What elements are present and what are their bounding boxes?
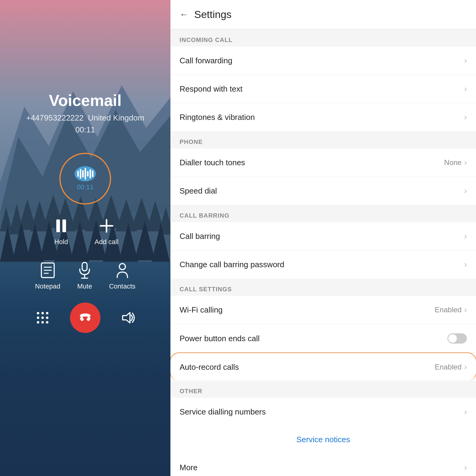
chevron-icon: › <box>464 305 467 315</box>
power-button-toggle[interactable] <box>447 333 467 344</box>
svg-point-44 <box>46 317 48 319</box>
settings-panel: ← Settings INCOMING CALL Call forwarding… <box>170 0 476 476</box>
contacts-label: Contacts <box>109 282 135 290</box>
wifi-calling-value: Enabled <box>435 306 462 314</box>
chevron-icon: › <box>464 158 467 167</box>
chevron-icon: › <box>464 362 467 372</box>
more-item[interactable]: More › <box>170 453 476 476</box>
wifi-calling-label: Wi-Fi calling <box>180 305 223 315</box>
svg-marker-50 <box>123 313 130 323</box>
dialpad-button[interactable] <box>33 309 52 327</box>
svg-point-38 <box>119 264 125 270</box>
dialler-tones-label: Dialler touch tones <box>180 158 245 167</box>
svg-point-40 <box>41 312 44 314</box>
respond-text-item[interactable]: Respond with text › <box>170 75 476 103</box>
service-notices-container: Service notices <box>170 426 476 453</box>
section-header-incoming: INCOMING CALL <box>170 29 476 47</box>
end-call-button[interactable] <box>70 303 100 333</box>
service-notices-link[interactable]: Service notices <box>296 435 350 444</box>
chevron-icon: › <box>464 186 467 196</box>
power-button-ends-item[interactable]: Power button ends call <box>170 324 476 353</box>
chevron-icon: › <box>464 463 467 472</box>
call-barring-label: Call barring <box>180 232 220 241</box>
chevron-icon: › <box>464 112 467 122</box>
svg-rect-27 <box>56 219 60 232</box>
speaker-button[interactable] <box>119 309 137 327</box>
auto-record-item[interactable]: Auto-record calls Enabled › <box>170 352 476 381</box>
svg-point-45 <box>37 321 39 324</box>
more-label: More <box>180 463 198 472</box>
call-timer: 00:11 <box>75 125 95 135</box>
speed-dial-item[interactable]: Speed dial › <box>170 177 476 205</box>
power-button-label: Power button ends call <box>180 334 260 343</box>
call-forwarding-item[interactable]: Call forwarding › <box>170 47 476 75</box>
service-dialling-item[interactable]: Service dialling numbers › <box>170 398 476 426</box>
speaker-icon <box>119 309 137 327</box>
pause-icon <box>52 217 70 235</box>
more-list: More › <box>170 453 476 476</box>
add-call-button[interactable]: Add call <box>95 217 118 246</box>
section-header-phone: PHONE <box>170 131 476 149</box>
auto-record-value: Enabled <box>435 363 462 371</box>
settings-header: ← Settings <box>170 0 476 29</box>
chevron-icon: › <box>464 56 467 65</box>
chevron-icon: › <box>464 260 467 269</box>
svg-rect-48 <box>80 317 84 321</box>
call-barring-list: Call barring › Change call barring passw… <box>170 222 476 278</box>
svg-point-46 <box>41 321 44 324</box>
hold-button[interactable]: Hold <box>52 217 70 246</box>
add-call-label: Add call <box>95 238 118 246</box>
auto-record-label: Auto-record calls <box>180 362 239 372</box>
phone-end-icon <box>77 309 93 326</box>
contact-icon <box>113 261 131 279</box>
incoming-call-list: Call forwarding › Respond with text › Ri… <box>170 47 476 131</box>
section-header-barring: CALL BARRING <box>170 205 476 222</box>
change-barring-pw-label: Change call barring password <box>180 260 284 269</box>
mute-label: Mute <box>77 282 92 290</box>
ringtones-item[interactable]: Ringtones & vibration › <box>170 103 476 131</box>
notepad-icon <box>39 261 57 279</box>
respond-text-label: Respond with text <box>180 84 243 94</box>
wifi-calling-item[interactable]: Wi-Fi calling Enabled › <box>170 296 476 324</box>
ringtones-label: Ringtones & vibration <box>180 113 255 122</box>
other-list: Service dialling numbers › <box>170 398 476 426</box>
dialler-tones-value: None <box>444 158 461 167</box>
chevron-icon: › <box>464 84 467 94</box>
chevron-icon: › <box>464 231 467 241</box>
call-settings-list: Wi-Fi calling Enabled › Power button end… <box>170 296 476 380</box>
section-header-other: OTHER <box>170 380 476 398</box>
chevron-icon: › <box>464 407 467 417</box>
call-forwarding-label: Call forwarding <box>180 56 232 65</box>
call-barring-item[interactable]: Call barring › <box>170 222 476 250</box>
waveform-icon <box>75 166 96 181</box>
active-timer: 00:11 <box>77 183 93 191</box>
svg-point-39 <box>37 312 39 314</box>
speed-dial-label: Speed dial <box>180 186 217 196</box>
plus-icon <box>97 217 116 235</box>
notepad-button[interactable]: Notepad <box>35 261 60 290</box>
caller-number: +447953222222 United Kingdom <box>26 113 144 123</box>
back-button[interactable]: ← <box>180 10 188 19</box>
caller-name: Voicemail <box>49 91 122 110</box>
svg-point-43 <box>41 317 44 319</box>
call-screen: Voicemail +447953222222 United Kingdom 0… <box>0 0 170 476</box>
change-barring-pw-item[interactable]: Change call barring password › <box>170 250 476 278</box>
settings-title: Settings <box>194 9 232 20</box>
phone-list: Dialler touch tones None › Speed dial › <box>170 149 476 205</box>
svg-rect-35 <box>82 262 87 271</box>
hold-label: Hold <box>54 238 68 246</box>
section-header-call-settings: CALL SETTINGS <box>170 278 476 296</box>
svg-point-47 <box>46 321 48 324</box>
svg-rect-49 <box>86 317 91 321</box>
mute-button[interactable]: Mute <box>75 261 94 290</box>
svg-rect-28 <box>62 219 66 232</box>
notepad-label: Notepad <box>35 282 60 290</box>
dialler-tones-item[interactable]: Dialler touch tones None › <box>170 149 476 177</box>
dialpad-icon <box>33 309 52 327</box>
service-dialling-label: Service dialling numbers <box>180 407 266 417</box>
mic-icon <box>75 261 94 279</box>
active-call-circle: 00:11 <box>59 153 111 205</box>
svg-point-41 <box>46 312 48 314</box>
contacts-button[interactable]: Contacts <box>109 261 135 290</box>
svg-point-42 <box>37 317 39 319</box>
